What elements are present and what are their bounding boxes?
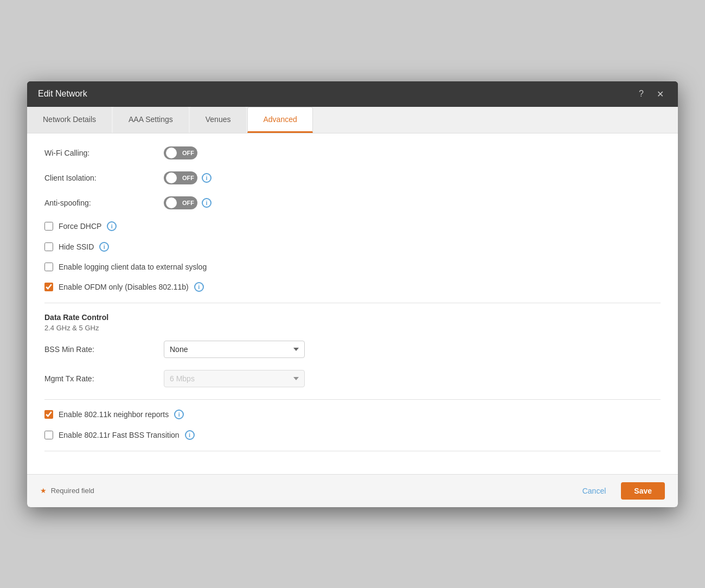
client-isolation-label: Client Isolation: bbox=[44, 174, 164, 182]
mgmt-tx-rate-select[interactable]: 6 Mbps 9 Mbps 12 Mbps bbox=[164, 370, 305, 387]
anti-spoofing-label: Anti-spoofing: bbox=[44, 199, 164, 207]
anti-spoofing-row: Anti-spoofing: OFF i bbox=[44, 196, 661, 209]
client-isolation-row: Client Isolation: OFF i bbox=[44, 171, 661, 184]
bss-min-rate-control: None 1 Mbps 2 Mbps 5.5 Mbps 6 Mbps 9 Mbp… bbox=[164, 341, 305, 358]
tab-venues[interactable]: Venues bbox=[190, 107, 247, 133]
enable-80211r-row: Enable 802.11r Fast BSS Transition i bbox=[44, 430, 661, 440]
client-isolation-toggle[interactable]: OFF bbox=[164, 171, 197, 184]
hide-ssid-info-icon[interactable]: i bbox=[99, 242, 109, 252]
bss-min-rate-label: BSS Min Rate: bbox=[44, 345, 164, 354]
help-button[interactable]: ? bbox=[636, 88, 647, 100]
toggle-knob bbox=[166, 148, 177, 158]
force-dhcp-checkbox[interactable] bbox=[44, 222, 53, 231]
required-star: ★ bbox=[40, 487, 47, 495]
divider-1 bbox=[44, 303, 661, 303]
tab-aaa-settings[interactable]: AAA Settings bbox=[113, 107, 189, 133]
required-note: ★ Required field bbox=[40, 487, 94, 495]
data-rate-title: Data Rate Control bbox=[44, 313, 661, 322]
wifi-calling-row: Wi-Fi Calling: OFF bbox=[44, 146, 661, 159]
force-dhcp-info-icon[interactable]: i bbox=[107, 221, 117, 231]
force-dhcp-label[interactable]: Force DHCP bbox=[59, 222, 101, 231]
client-isolation-toggle-label: OFF bbox=[182, 175, 194, 181]
anti-spoofing-info-icon[interactable]: i bbox=[202, 198, 211, 208]
required-label: Required field bbox=[51, 487, 94, 495]
anti-spoofing-control: OFF i bbox=[164, 196, 211, 209]
hide-ssid-label[interactable]: Hide SSID bbox=[59, 242, 94, 251]
anti-spoofing-toggle-label: OFF bbox=[182, 200, 194, 206]
divider-3 bbox=[44, 451, 661, 451]
toggle-knob bbox=[166, 197, 177, 208]
client-isolation-control: OFF i bbox=[164, 171, 211, 184]
close-button[interactable]: ✕ bbox=[653, 88, 667, 100]
modal-header: Edit Network ? ✕ bbox=[27, 81, 678, 107]
bss-min-rate-select[interactable]: None 1 Mbps 2 Mbps 5.5 Mbps 6 Mbps 9 Mbp… bbox=[164, 341, 305, 358]
enable-80211r-info-icon[interactable]: i bbox=[185, 430, 195, 440]
enable-logging-row: Enable logging client data to external s… bbox=[44, 263, 661, 271]
client-isolation-info-icon[interactable]: i bbox=[202, 173, 211, 183]
modal-footer: ★ Required field Cancel Save bbox=[27, 474, 678, 507]
mgmt-tx-rate-control: 6 Mbps 9 Mbps 12 Mbps bbox=[164, 370, 305, 387]
save-button[interactable]: Save bbox=[621, 482, 665, 500]
cancel-button[interactable]: Cancel bbox=[574, 482, 615, 500]
tab-bar: Network Details AAA Settings Venues Adva… bbox=[27, 107, 678, 133]
enable-logging-checkbox[interactable] bbox=[44, 263, 53, 271]
tab-advanced[interactable]: Advanced bbox=[247, 107, 312, 133]
enable-80211k-info-icon[interactable]: i bbox=[174, 410, 184, 419]
wifi-calling-label: Wi-Fi Calling: bbox=[44, 149, 164, 157]
divider-2 bbox=[44, 399, 661, 400]
wifi-calling-toggle[interactable]: OFF bbox=[164, 146, 197, 159]
force-dhcp-row: Force DHCP i bbox=[44, 221, 661, 231]
bss-min-rate-row: BSS Min Rate: None 1 Mbps 2 Mbps 5.5 Mbp… bbox=[44, 341, 661, 358]
data-rate-subtitle: 2.4 GHz & 5 GHz bbox=[44, 324, 661, 332]
enable-80211k-label[interactable]: Enable 802.11k neighbor reports bbox=[59, 410, 169, 419]
enable-ofdm-label[interactable]: Enable OFDM only (Disables 802.11b) bbox=[59, 283, 189, 291]
modal-title: Edit Network bbox=[38, 89, 87, 99]
enable-ofdm-info-icon[interactable]: i bbox=[194, 282, 204, 292]
anti-spoofing-toggle[interactable]: OFF bbox=[164, 196, 197, 209]
mgmt-tx-rate-label: Mgmt Tx Rate: bbox=[44, 374, 164, 383]
enable-80211k-row: Enable 802.11k neighbor reports i bbox=[44, 410, 661, 419]
mgmt-tx-rate-row: Mgmt Tx Rate: 6 Mbps 9 Mbps 12 Mbps bbox=[44, 370, 661, 387]
footer-actions: Cancel Save bbox=[574, 482, 665, 500]
enable-80211r-label[interactable]: Enable 802.11r Fast BSS Transition bbox=[59, 431, 180, 439]
enable-80211k-checkbox[interactable] bbox=[44, 410, 53, 419]
enable-ofdm-row: Enable OFDM only (Disables 802.11b) i bbox=[44, 282, 661, 292]
data-rate-section: Data Rate Control 2.4 GHz & 5 GHz BSS Mi… bbox=[44, 313, 661, 387]
edit-network-modal: Edit Network ? ✕ Network Details AAA Set… bbox=[27, 81, 678, 507]
toggle-knob bbox=[166, 172, 177, 183]
enable-logging-label[interactable]: Enable logging client data to external s… bbox=[59, 263, 207, 271]
hide-ssid-checkbox[interactable] bbox=[44, 242, 53, 251]
wifi-calling-toggle-label: OFF bbox=[182, 150, 194, 156]
hide-ssid-row: Hide SSID i bbox=[44, 242, 661, 252]
enable-ofdm-checkbox[interactable] bbox=[44, 283, 53, 291]
tab-network-details[interactable]: Network Details bbox=[27, 107, 112, 133]
header-actions: ? ✕ bbox=[636, 88, 667, 100]
wifi-calling-control: OFF bbox=[164, 146, 197, 159]
modal-body: Wi-Fi Calling: OFF Client Isolation: OFF… bbox=[27, 133, 678, 474]
enable-80211r-checkbox[interactable] bbox=[44, 431, 53, 439]
